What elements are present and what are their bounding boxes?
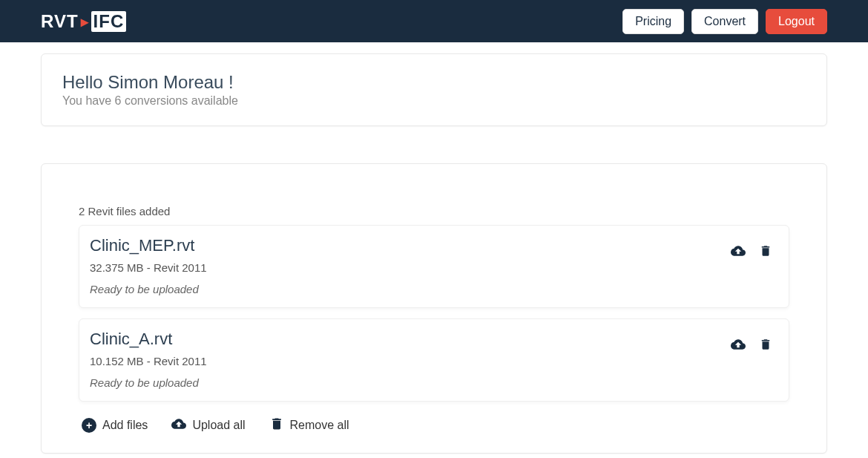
add-files-label: Add files	[102, 419, 148, 432]
welcome-card: Hello Simon Moreau ! You have 6 conversi…	[41, 53, 827, 126]
file-meta: 32.375 MB - Revit 2011	[90, 261, 772, 274]
welcome-subtitle: You have 6 conversions available	[62, 94, 806, 108]
logo-left: RVT	[41, 11, 79, 32]
logo-right: IFC	[91, 11, 127, 32]
welcome-title: Hello Simon Moreau !	[62, 72, 806, 93]
plus-circle-icon: +	[82, 418, 96, 433]
file-name: Clinic_MEP.rvt	[90, 236, 772, 255]
file-actions	[729, 337, 772, 352]
trash-icon[interactable]	[759, 337, 772, 352]
file-name: Clinic_A.rvt	[90, 330, 772, 349]
upload-all-label: Upload all	[192, 419, 245, 432]
file-item: Clinic_MEP.rvt 32.375 MB - Revit 2011 Re…	[79, 225, 789, 308]
files-header: 2 Revit files added	[79, 205, 789, 217]
trash-icon[interactable]	[759, 243, 772, 258]
logout-button[interactable]: Logout	[766, 9, 827, 34]
trash-icon	[269, 416, 284, 434]
remove-all-button[interactable]: Remove all	[269, 416, 349, 434]
cloud-upload-icon[interactable]	[729, 337, 747, 352]
toolbar: + Add files Upload all Remove all	[79, 416, 789, 434]
file-status: Ready to be uploaded	[90, 376, 772, 389]
files-card: 2 Revit files added Clinic_MEP.rvt 32.37…	[41, 163, 827, 454]
logo-arrow-icon: ▸	[81, 13, 89, 30]
convert-button[interactable]: Convert	[691, 9, 758, 34]
pricing-button[interactable]: Pricing	[622, 9, 684, 34]
logo[interactable]: RVT ▸ IFC	[41, 11, 126, 32]
file-meta: 10.152 MB - Revit 2011	[90, 355, 772, 367]
navbar: RVT ▸ IFC Pricing Convert Logout	[0, 0, 868, 42]
file-item: Clinic_A.rvt 10.152 MB - Revit 2011 Read…	[79, 318, 789, 402]
file-actions	[729, 243, 772, 258]
cloud-upload-icon	[171, 416, 186, 434]
upload-all-button[interactable]: Upload all	[171, 416, 245, 434]
file-status: Ready to be uploaded	[90, 283, 772, 295]
nav-buttons: Pricing Convert Logout	[622, 9, 827, 34]
add-files-button[interactable]: + Add files	[82, 416, 148, 434]
remove-all-label: Remove all	[290, 419, 349, 432]
cloud-upload-icon[interactable]	[729, 243, 747, 258]
